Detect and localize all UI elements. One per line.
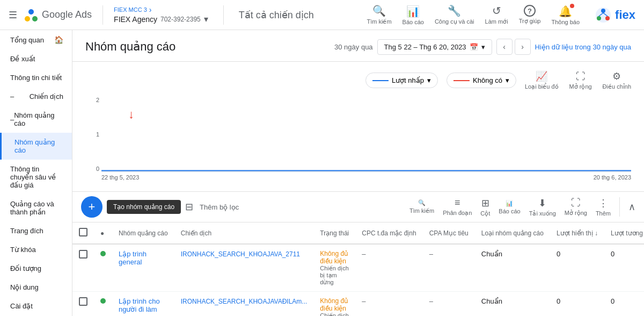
help-tool[interactable]: ? Trợ giúp bbox=[519, 5, 541, 25]
header-state[interactable]: Trạng thái bbox=[313, 222, 355, 244]
sidebar-item-landingpage[interactable]: Trang đích bbox=[0, 221, 72, 240]
notification-tool[interactable]: 🔔 Thông báo bbox=[551, 5, 580, 25]
more-icon: ⋮ bbox=[598, 197, 608, 209]
sidebar-item-adgroup-active[interactable]: Nhóm quảng cáo bbox=[0, 133, 72, 160]
sidebar-item-detail[interactable]: Thông tin chi tiết bbox=[0, 68, 72, 87]
nav-separator-2 bbox=[223, 5, 224, 25]
row2-state-cell: Không đủ điều kiện Chiến dịch bị tạm dừn… bbox=[313, 292, 355, 317]
filter-icon[interactable]: ⊟ bbox=[185, 201, 193, 213]
help-label: Trợ giúp bbox=[519, 18, 541, 25]
sidebar-item-overview[interactable]: Tổng quan 🏠 bbox=[0, 30, 72, 49]
sidebar-item-audience[interactable]: Đối tượng bbox=[0, 259, 72, 278]
show-data-link[interactable]: Hiện dữ liệu trong 30 ngày qua bbox=[535, 43, 631, 51]
row2-adgroup-link[interactable]: Lập trình cho người đi làm bbox=[119, 297, 160, 313]
sidebar-item-content[interactable]: Nội dung bbox=[0, 278, 72, 297]
header-impressions[interactable]: Lượt hiển thị ↓ bbox=[550, 222, 604, 244]
nav-tools: 🔍 Tìm kiếm 📊 Báo cáo 🔧 Công cụ và cài ↺ … bbox=[367, 4, 580, 25]
sort-desc-icon: ↓ bbox=[595, 229, 598, 237]
fiex-text: fiex bbox=[615, 8, 635, 22]
svg-point-5 bbox=[597, 16, 601, 20]
header-top-row: Nhóm quảng cáo 30 ngày qua Thg 5 22 – Th… bbox=[85, 39, 631, 61]
table-expand-label: Mở rộng bbox=[565, 210, 587, 217]
header-cpa[interactable]: CPA Mục tiêu bbox=[423, 222, 475, 244]
header-cpc[interactable]: CPC t.đa mặc định bbox=[355, 222, 422, 244]
table-toolbar-divider bbox=[619, 197, 620, 217]
refresh-tool[interactable]: ↺ Làm mới bbox=[485, 4, 508, 25]
ad-groups-table: ● Nhóm quảng cáo Chiến dịch Trạng thái C… bbox=[72, 222, 644, 316]
metric-2-button[interactable]: Không có ▾ bbox=[447, 73, 516, 88]
chart-type-label: Loại biểu đồ bbox=[525, 83, 559, 90]
more-label: Thêm bbox=[596, 210, 611, 217]
row2-interactions-cell: 0 bbox=[604, 292, 644, 317]
sidebar-item-campaign[interactable]: – Chiến dịch bbox=[0, 87, 72, 106]
sidebar-item-keyword[interactable]: Từ khóa bbox=[0, 240, 72, 259]
account-name: FIEX Agency bbox=[114, 15, 157, 24]
table-download-button[interactable]: ⬇ Tải xuống bbox=[529, 197, 556, 217]
row2-campaign-link[interactable]: IRONHACK_SEARCH_KHOAJAVAĐILAm... bbox=[181, 298, 308, 305]
segment-icon: ≡ bbox=[455, 197, 460, 209]
refresh-label: Làm mới bbox=[485, 18, 508, 25]
row1-impressions-cell: 0 bbox=[550, 244, 604, 292]
y-label-0: 0 bbox=[96, 166, 99, 172]
table-search-button[interactable]: 🔍 Tìm kiếm bbox=[409, 199, 434, 214]
row1-type-cell: Chuẩn bbox=[475, 244, 550, 292]
date-next-button[interactable]: › bbox=[515, 39, 531, 55]
sidebar-item-settings[interactable]: Cài đặt bbox=[0, 297, 72, 315]
table-segment-button[interactable]: ≡ Phân đoạn bbox=[443, 197, 472, 217]
table-column-button[interactable]: ⊞ Cột bbox=[480, 197, 490, 217]
date-picker[interactable]: Thg 5 22 – Thg 6 20, 2023 📅 ▾ bbox=[377, 39, 492, 55]
chart-type-button[interactable]: 📈 Loại biểu đồ bbox=[525, 70, 559, 90]
metric-1-line-icon bbox=[372, 80, 389, 81]
y-label-1: 1 bbox=[96, 131, 99, 138]
header-checkbox-col bbox=[72, 222, 94, 244]
table-expand-button[interactable]: ⛶ Mở rộng bbox=[565, 197, 587, 217]
sidebar-item-adgroup-section[interactable]: – Nhóm quảng cáo bbox=[0, 106, 72, 133]
chart-adjust-button[interactable]: ⚙ Điều chỉnh bbox=[603, 70, 631, 90]
collapse-button[interactable]: ∧ bbox=[628, 201, 635, 213]
table-search-icon: 🔍 bbox=[418, 199, 426, 206]
row1-state-badge: Không đủ điều kiện bbox=[320, 250, 349, 265]
header-interactions[interactable]: Lượt tương tác bbox=[604, 222, 644, 244]
sidebar-item-adproduct[interactable]: Quảng cáo và thành phần bbox=[0, 195, 72, 221]
home-icon: 🏠 bbox=[54, 35, 63, 44]
report-tool[interactable]: 📊 Báo cáo bbox=[402, 5, 424, 25]
row2-campaign-cell: IRONHACK_SEARCH_KHOAJAVAĐILAm... bbox=[174, 292, 314, 317]
sidebar-keyword-label: Từ khóa bbox=[10, 246, 36, 254]
hamburger-menu[interactable]: ☰ bbox=[9, 9, 17, 21]
status-dot-header: ● bbox=[100, 229, 104, 237]
chart-controls: Lượt nhấp ▾ Không có ▾ 📈 Loại biểu đồ ⛶ … bbox=[85, 70, 631, 90]
row2-checkbox[interactable] bbox=[79, 297, 87, 306]
select-all-checkbox[interactable] bbox=[79, 228, 87, 236]
table-report-button[interactable]: 📊 Báo cáo bbox=[499, 200, 520, 214]
metric-1-button[interactable]: Lượt nhấp ▾ bbox=[365, 73, 438, 88]
date-dropdown-icon: ▾ bbox=[481, 43, 485, 51]
table-area: + Tạo nhóm quảng cáo ⊟ Thêm bộ lọc 🔍 Tìm… bbox=[72, 192, 644, 316]
filter-label[interactable]: Thêm bộ lọc bbox=[200, 203, 239, 211]
row1-adgroup-link[interactable]: Lập trình general bbox=[119, 250, 147, 266]
account-dropdown-arrow[interactable]: ▾ bbox=[204, 14, 208, 24]
down-arrow-icon: ↓ bbox=[128, 107, 134, 121]
svg-point-6 bbox=[605, 16, 610, 20]
create-adgroup-button[interactable]: + bbox=[81, 196, 103, 218]
sidebar-adproduct-label: Quảng cáo và thành phần bbox=[10, 200, 63, 216]
header-adgroup-type[interactable]: Loại nhóm quảng cáo bbox=[475, 222, 550, 244]
header-adgroup-name[interactable]: Nhóm quảng cáo bbox=[112, 222, 174, 244]
table-search-label: Tìm kiếm bbox=[409, 207, 434, 214]
account-selector[interactable]: FIEX MCC 3 › FIEX Agency 702-392-2395 ▾ bbox=[114, 5, 208, 24]
header-campaign[interactable]: Chiến dịch bbox=[174, 222, 314, 244]
search-tool[interactable]: 🔍 Tìm kiếm bbox=[367, 4, 391, 25]
sidebar-content-label: Nội dung bbox=[10, 283, 39, 291]
chart-canvas: ↓ bbox=[101, 97, 631, 172]
sidebar-adgroup-section-label: – bbox=[10, 116, 14, 124]
row1-checkbox[interactable] bbox=[79, 250, 87, 258]
x-label-start: 22 thg 5, 2023 bbox=[101, 174, 139, 181]
page-main-title: Nhóm quảng cáo bbox=[85, 40, 175, 54]
notification-icon-wrapper: 🔔 bbox=[559, 5, 572, 18]
sidebar-item-suggest[interactable]: Đề xuất bbox=[0, 49, 72, 68]
date-prev-button[interactable]: ‹ bbox=[496, 39, 513, 55]
sidebar-item-conversion[interactable]: Thông tin chuyển sâu về đấu giá bbox=[0, 160, 72, 195]
chart-expand-button[interactable]: ⛶ Mở rộng bbox=[567, 71, 594, 90]
row1-campaign-link[interactable]: IRONHACK_SEARCH_KHOAJAVA_2711 bbox=[181, 250, 300, 258]
table-more-button[interactable]: ⋮ Thêm bbox=[596, 197, 611, 217]
tools-tool[interactable]: 🔧 Công cụ và cài bbox=[435, 4, 474, 25]
